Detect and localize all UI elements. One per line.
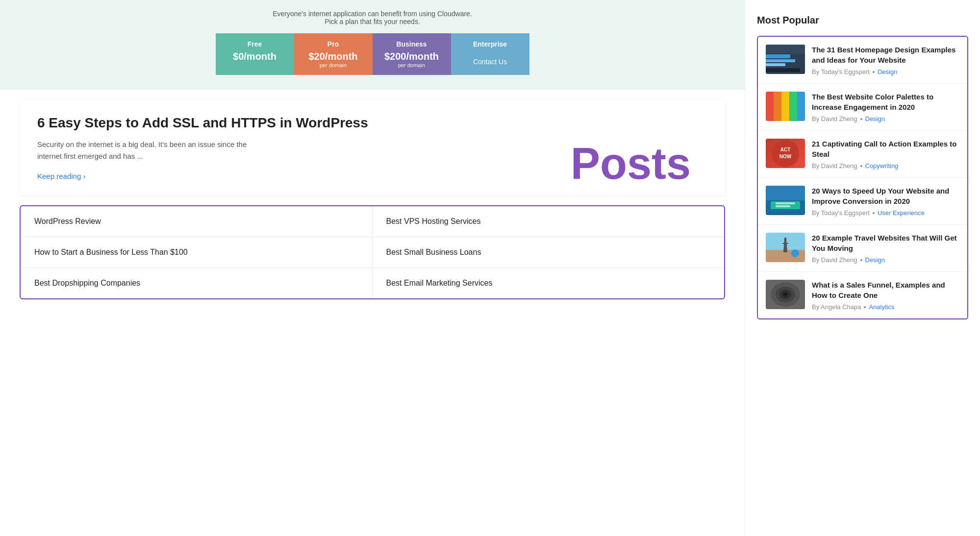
link-item-5[interactable]: Best Email Marketing Services	[373, 268, 725, 298]
popular-thumb-0	[766, 45, 805, 74]
popular-item-title-1: The Best Website Color Palettes to Incre…	[812, 92, 959, 112]
svg-rect-5	[766, 68, 800, 72]
pricing-tagline: Everyone's internet application can bene…	[20, 10, 725, 25]
popular-item-0[interactable]: The 31 Best Homepage Design Examples and…	[758, 37, 967, 84]
svg-rect-8	[774, 92, 781, 121]
popular-item-2[interactable]: ACT NOW 21 Captivating Call to Action Ex…	[758, 131, 967, 178]
pricing-enterprise[interactable]: Enterprise Contact Us	[451, 33, 529, 75]
dot-1	[860, 118, 862, 120]
svg-rect-7	[766, 92, 774, 121]
pricing-banner: Everyone's internet application can bene…	[0, 0, 745, 90]
sidebar-title: Most Popular	[757, 15, 968, 26]
thumbnail-homepage	[766, 45, 805, 74]
main-content: Everyone's internet application can bene…	[0, 0, 745, 536]
svg-rect-19	[776, 205, 790, 207]
popular-thumb-4	[766, 233, 805, 262]
svg-rect-16	[766, 186, 805, 200]
svg-rect-11	[797, 92, 805, 121]
svg-rect-10	[789, 92, 797, 121]
popular-meta-5: By Angela Chapa Analytics	[812, 303, 959, 311]
keep-reading-link[interactable]: Keep reading ›	[37, 172, 85, 180]
thumbnail-color	[766, 92, 805, 121]
popular-content-0: The 31 Best Homepage Design Examples and…	[812, 45, 959, 75]
popular-meta-1: By David Zheng Design	[812, 115, 959, 122]
popular-meta-4: By David Zheng Design	[812, 256, 959, 264]
link-item-3[interactable]: Best Small Business Loans	[373, 237, 725, 268]
popular-thumb-1	[766, 92, 805, 121]
popular-content-4: 20 Example Travel Websites That Will Get…	[812, 233, 959, 264]
article-title: 6 Easy Steps to Add SSL and HTTPS in Wor…	[37, 114, 707, 132]
pricing-cards: Free $0/month Pro $20/month per domain B…	[20, 33, 725, 75]
dot-4	[860, 259, 862, 261]
link-item-4[interactable]: Best Dropshipping Companies	[21, 268, 373, 298]
dot-5	[864, 306, 866, 308]
popular-meta-2: By David Zheng Copywriting	[812, 162, 959, 170]
popular-content-3: 20 Ways to Speed Up Your Website and Imp…	[812, 186, 959, 217]
popular-content-1: The Best Website Color Palettes to Incre…	[812, 92, 959, 122]
popular-item-1[interactable]: The Best Website Color Palettes to Incre…	[758, 84, 967, 131]
svg-rect-1	[766, 45, 805, 53]
thumbnail-travel	[766, 233, 805, 262]
popular-thumb-2: ACT NOW	[766, 139, 805, 168]
popular-content-5: What is a Sales Funnel, Examples and How…	[812, 280, 959, 311]
svg-rect-18	[776, 202, 795, 204]
popular-meta-3: By Today's Eggspert User Experience	[812, 209, 959, 217]
popular-item-title-3: 20 Ways to Speed Up Your Website and Imp…	[812, 186, 959, 206]
svg-rect-3	[766, 59, 795, 62]
popular-list: The 31 Best Homepage Design Examples and…	[757, 36, 968, 319]
popular-content-2: 21 Captivating Call to Action Examples t…	[812, 139, 959, 170]
svg-rect-9	[781, 92, 789, 121]
popular-item-5[interactable]: What is a Sales Funnel, Examples and How…	[758, 272, 967, 318]
svg-point-12	[772, 140, 799, 167]
thumbnail-funnel	[766, 280, 805, 309]
popular-thumb-5	[766, 280, 805, 309]
popular-thumb-3	[766, 186, 805, 215]
thumbnail-cta: ACT NOW	[766, 139, 805, 168]
link-item-2[interactable]: How to Start a Business for Less Than $1…	[21, 237, 373, 268]
posts-watermark: Posts	[566, 142, 696, 186]
svg-rect-4	[766, 63, 785, 66]
popular-item-title-5: What is a Sales Funnel, Examples and How…	[812, 280, 959, 300]
svg-text:ACT: ACT	[780, 147, 791, 152]
svg-point-30	[784, 293, 786, 295]
popular-item-title-0: The 31 Best Homepage Design Examples and…	[812, 45, 959, 65]
popular-item-3[interactable]: 20 Ways to Speed Up Your Website and Imp…	[758, 178, 967, 225]
svg-text:NOW: NOW	[779, 154, 792, 159]
popular-meta-0: By Today's Eggspert Design	[812, 68, 959, 75]
popular-item-title-2: 21 Captivating Call to Action Examples t…	[812, 139, 959, 159]
popular-item-4[interactable]: 20 Example Travel Websites That Will Get…	[758, 225, 967, 272]
links-grid: WordPress Review Best VPS Hosting Servic…	[21, 206, 724, 298]
dot-3	[873, 212, 875, 214]
thumbnail-speed	[766, 186, 805, 215]
link-item-0[interactable]: WordPress Review	[21, 206, 373, 237]
popular-item-title-4: 20 Example Travel Websites That Will Get…	[812, 233, 959, 253]
svg-rect-2	[766, 54, 790, 58]
dot-2	[860, 165, 862, 167]
article-card: 6 Easy Steps to Add SSL and HTTPS in Wor…	[20, 99, 725, 195]
pricing-business[interactable]: Business $200/month per domain	[373, 33, 451, 75]
svg-point-24	[791, 249, 799, 257]
links-box: WordPress Review Best VPS Hosting Servic…	[20, 205, 725, 299]
article-excerpt: Security on the internet is a big deal. …	[37, 139, 263, 162]
link-item-1[interactable]: Best VPS Hosting Services	[373, 206, 725, 237]
pricing-free[interactable]: Free $0/month	[216, 33, 294, 75]
dot-0	[873, 71, 875, 73]
sidebar: Most Popular The 31 Best Hom	[745, 0, 980, 536]
pricing-pro[interactable]: Pro $20/month per domain	[294, 33, 373, 75]
